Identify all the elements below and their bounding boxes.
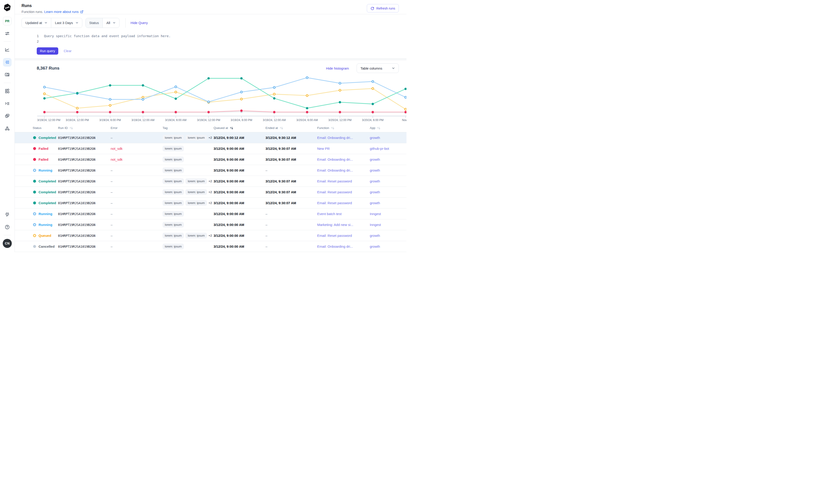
chart-point-running[interactable] [404, 96, 406, 98]
learn-more-link[interactable]: Learn more about runs [44, 10, 84, 14]
table-row[interactable]: Completed 01HRPT19RJSA1019B2GN – lorem: … [15, 187, 406, 198]
timefield-dropdown[interactable]: Updated at [22, 18, 51, 28]
chart-point-failed[interactable] [240, 109, 242, 112]
chart-point-completed[interactable] [76, 92, 78, 94]
chart-point-completed[interactable] [109, 84, 111, 87]
table-columns-dropdown[interactable]: Table columns [356, 63, 399, 73]
sort-icon[interactable] [331, 126, 334, 130]
refresh-runs-button[interactable]: Refresh runs [367, 4, 399, 12]
hide-histogram-link[interactable]: Hide histogram [326, 66, 349, 70]
function-link[interactable]: Email: Reset password [317, 179, 352, 183]
sort-icon[interactable] [377, 126, 380, 130]
chart-point-running[interactable] [372, 80, 374, 82]
events-icon[interactable] [3, 112, 12, 120]
table-row[interactable]: Completed 01HRPT19RJSA1019B2GN – lorem: … [15, 198, 406, 208]
chart-point-completed[interactable] [404, 88, 406, 90]
chart-point-running[interactable] [273, 87, 275, 89]
log-search-icon[interactable] [3, 70, 12, 79]
app-link[interactable]: growth [370, 157, 380, 161]
chart-point-queued[interactable] [175, 91, 177, 93]
app-link[interactable]: growth [370, 179, 380, 183]
function-link[interactable]: Email: Onboarding dri... [317, 157, 353, 161]
app-link[interactable]: growth [370, 168, 380, 172]
app-link[interactable]: Inngest [370, 212, 381, 216]
table-row[interactable]: Queued 01HRPT19RJSA1019B2GN – lorem: ips… [15, 230, 406, 241]
chart-point-running[interactable] [339, 82, 341, 84]
inngest-logo[interactable] [3, 3, 12, 12]
chart-point-queued[interactable] [76, 107, 78, 109]
column-header-run-id[interactable]: Run ID [58, 126, 111, 130]
chart-point-completed[interactable] [43, 97, 46, 99]
clear-query-button[interactable]: Clear [64, 49, 72, 53]
user-avatar[interactable]: CN [3, 239, 12, 248]
sort-icon[interactable] [230, 126, 233, 130]
chart-point-completed[interactable] [306, 107, 308, 109]
chart-point-running[interactable] [240, 91, 242, 93]
workspace-badge[interactable]: PR [3, 17, 12, 25]
queue-icon[interactable] [3, 99, 12, 108]
webhook-icon[interactable] [3, 124, 12, 133]
chart-point-failed[interactable] [339, 111, 341, 113]
column-header-tag[interactable]: Tag [162, 126, 213, 130]
column-header-queued-at[interactable]: Queued at [213, 126, 265, 130]
column-header-ended-at[interactable]: Ended at [265, 126, 317, 130]
chart-point-failed[interactable] [109, 111, 111, 113]
app-link[interactable]: github-pr-bot [370, 147, 389, 150]
chart-point-failed[interactable] [142, 111, 144, 113]
runs-icon[interactable] [3, 58, 12, 67]
table-row[interactable]: Running 01HRPT19RJSA1019B2GN – lorem: ip… [15, 208, 406, 219]
chart-point-failed[interactable] [43, 111, 46, 113]
filters-icon[interactable] [3, 29, 12, 38]
chart-point-completed[interactable] [207, 77, 210, 80]
table-row[interactable]: Running 01HRPT19RJSA1019B2GN – lorem: ip… [15, 219, 406, 230]
sort-icon[interactable] [279, 126, 283, 130]
chart-point-completed[interactable] [339, 101, 341, 103]
function-link[interactable]: Email: Onboarding dri... [317, 245, 353, 248]
chart-point-failed[interactable] [273, 111, 275, 113]
column-header-status[interactable]: Status [33, 126, 58, 130]
daterange-dropdown[interactable]: Last 3 Days [51, 18, 82, 28]
chart-point-completed[interactable] [371, 103, 374, 105]
table-row[interactable]: Cancelled 01HRPT19RJSA1019B2GN – lorem: … [15, 241, 406, 252]
chart-point-completed[interactable] [240, 77, 242, 80]
chart-point-failed[interactable] [306, 111, 308, 113]
chart-point-queued[interactable] [109, 104, 111, 107]
metrics-icon[interactable] [3, 46, 12, 54]
app-link[interactable]: growth [370, 201, 380, 205]
app-link[interactable]: Inngest [370, 223, 381, 227]
chart-point-queued[interactable] [43, 93, 45, 95]
chart-point-completed[interactable] [174, 98, 177, 100]
column-header-app[interactable]: App [370, 126, 406, 130]
function-link[interactable]: Email: Onboarding dri... [317, 168, 353, 172]
chart-point-queued[interactable] [273, 93, 275, 95]
chart-point-failed[interactable] [76, 111, 78, 113]
query-editor-text[interactable] [39, 39, 44, 44]
chart-point-running[interactable] [109, 98, 111, 100]
chart-point-queued[interactable] [372, 87, 374, 90]
chart-point-running[interactable] [43, 86, 45, 88]
app-link[interactable]: growth [370, 190, 380, 194]
table-row[interactable]: Running 01HRPT19RJSA1019B2GN – lorem: ip… [15, 165, 406, 176]
app-link[interactable]: growth [370, 136, 380, 140]
function-link[interactable]: Event batch test [317, 212, 342, 216]
function-link[interactable]: Email: Reset password [317, 190, 352, 194]
table-row[interactable]: Completed 01HRPT19RJSA1019B2GN – lorem: … [15, 132, 406, 143]
chart-point-queued[interactable] [404, 108, 406, 110]
table-row[interactable]: Completed 01HRPT19RJSA1019B2GN – lorem: … [15, 176, 406, 187]
function-link[interactable]: New PR [317, 147, 330, 150]
chart-point-queued[interactable] [240, 98, 242, 100]
chart-point-running[interactable] [175, 86, 177, 88]
function-link[interactable]: Email: Reset password [317, 201, 352, 205]
table-row[interactable]: Failed 01HRPT19RJSA1019B2GN not_sdk lore… [15, 143, 406, 154]
chart-point-running[interactable] [142, 98, 144, 100]
status-filter-dropdown[interactable]: All [102, 18, 119, 28]
help-icon[interactable] [3, 223, 12, 231]
function-link[interactable]: Marketing: Add new si... [317, 223, 353, 227]
column-header-function[interactable]: Function [317, 126, 370, 130]
function-link[interactable]: Email: Reset password [317, 234, 352, 237]
chart-point-failed[interactable] [371, 111, 374, 113]
chart-point-failed[interactable] [174, 111, 177, 113]
sort-icon[interactable] [69, 126, 73, 130]
chart-point-running[interactable] [207, 101, 209, 103]
integrations-plug-icon[interactable] [3, 210, 12, 219]
